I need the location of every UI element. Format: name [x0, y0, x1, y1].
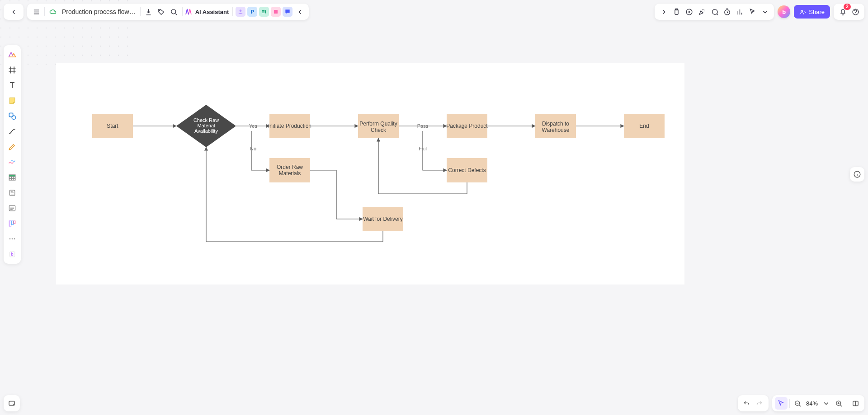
- node-order-materials[interactable]: Order Raw Materials: [269, 158, 310, 182]
- pen-tool[interactable]: [5, 140, 19, 154]
- node-perform-quality[interactable]: Perform Quality Check: [358, 114, 399, 138]
- confetti-button[interactable]: [695, 5, 708, 18]
- sticky-note-tool[interactable]: [5, 94, 19, 107]
- svg-point-4: [240, 9, 242, 12]
- svg-text:Check Raw: Check Raw: [193, 117, 219, 123]
- ai-logo-icon: [184, 8, 193, 16]
- undo-button[interactable]: [741, 397, 753, 410]
- select-mode-button[interactable]: [775, 397, 788, 410]
- mini-tool-comment[interactable]: [283, 7, 292, 17]
- more-button[interactable]: [759, 5, 771, 18]
- zoom-in-button[interactable]: [832, 397, 845, 410]
- zoom-out-button[interactable]: [792, 397, 804, 410]
- svg-text:Materials: Materials: [279, 170, 301, 177]
- svg-point-3: [171, 9, 176, 14]
- svg-text:Dispatch to: Dispatch to: [542, 121, 569, 127]
- apps-tool[interactable]: b: [5, 247, 19, 261]
- help-button[interactable]: [849, 5, 862, 18]
- svg-rect-17: [11, 221, 13, 224]
- freehand-tool[interactable]: [5, 155, 19, 169]
- zoom-level[interactable]: 84%: [804, 400, 820, 407]
- svg-text:Availability: Availability: [194, 128, 218, 134]
- edge-label-yes: Yes: [249, 123, 257, 129]
- document-title[interactable]: Production process flow…: [59, 8, 138, 15]
- svg-text:Correct Defects: Correct Defects: [448, 167, 486, 173]
- frame-tool[interactable]: [5, 63, 19, 77]
- edge-label-fail: Fail: [419, 146, 427, 151]
- svg-point-20: [12, 238, 13, 240]
- text-tool[interactable]: [5, 79, 19, 92]
- node-dispatch-warehouse[interactable]: Dispatch to Warehouse: [535, 114, 576, 138]
- notifications-button[interactable]: 2: [836, 5, 849, 18]
- kanban-tool[interactable]: [5, 217, 19, 230]
- flowchart-canvas[interactable]: Start Check Raw Material Availability In…: [56, 63, 684, 284]
- download-button[interactable]: [142, 5, 155, 18]
- connector-tool[interactable]: [5, 125, 19, 138]
- node-start[interactable]: Start: [92, 114, 133, 138]
- svg-text:Package Product: Package Product: [446, 123, 488, 129]
- svg-point-21: [14, 238, 15, 240]
- svg-text:Perform Quality: Perform Quality: [359, 121, 397, 127]
- collapse-toolbar-button[interactable]: [293, 5, 306, 18]
- svg-rect-16: [9, 221, 11, 226]
- menu-button[interactable]: [30, 5, 42, 18]
- comment-button[interactable]: [708, 5, 721, 18]
- slides-panel-button[interactable]: [4, 395, 20, 411]
- poll-button[interactable]: [733, 5, 746, 18]
- mini-tool-sticky[interactable]: [271, 7, 281, 17]
- svg-point-2: [159, 10, 160, 10]
- redo-button[interactable]: [753, 397, 766, 410]
- share-button[interactable]: Share: [794, 5, 830, 19]
- svg-point-19: [9, 238, 11, 240]
- edge-label-pass: Pass: [417, 123, 429, 129]
- svg-text:Initiate Production: Initiate Production: [268, 123, 311, 129]
- cloud-sync-icon[interactable]: [47, 5, 59, 18]
- node-wait-delivery[interactable]: Wait for Delivery: [363, 207, 403, 231]
- left-toolbar: b: [4, 45, 21, 264]
- brand-logo[interactable]: b: [778, 5, 790, 18]
- timer-button[interactable]: [721, 5, 733, 18]
- back-button[interactable]: [7, 5, 20, 18]
- expand-right-toolbar[interactable]: [657, 5, 670, 18]
- edge-label-no: No: [250, 146, 256, 151]
- svg-text:Material: Material: [197, 123, 215, 128]
- svg-point-9: [801, 10, 803, 12]
- mini-tool-p[interactable]: P: [247, 7, 257, 17]
- node-initiate-production[interactable]: Initiate Production: [268, 114, 311, 138]
- card-tool[interactable]: [5, 186, 19, 200]
- shape-tool[interactable]: [5, 109, 19, 123]
- more-tools[interactable]: [5, 232, 19, 246]
- svg-rect-5: [274, 10, 278, 14]
- svg-text:Order Raw: Order Raw: [277, 164, 303, 170]
- play-button[interactable]: [683, 5, 695, 18]
- search-button[interactable]: [168, 5, 180, 18]
- share-button-label: Share: [809, 9, 825, 15]
- ai-assistant-label[interactable]: AI Assistant: [193, 9, 231, 15]
- svg-text:Check: Check: [371, 127, 387, 133]
- svg-point-12: [12, 116, 15, 119]
- notification-badge: 2: [844, 4, 851, 10]
- node-check-availability[interactable]: Check Raw Material Availability: [176, 105, 236, 147]
- svg-rect-18: [14, 221, 15, 224]
- svg-text:Start: Start: [107, 123, 118, 129]
- cursor-group-button[interactable]: [746, 5, 759, 18]
- svg-text:Warehouse: Warehouse: [542, 127, 570, 133]
- list-tool[interactable]: [5, 201, 19, 215]
- svg-text:b: b: [11, 252, 13, 256]
- node-end[interactable]: End: [624, 114, 665, 138]
- node-package-product[interactable]: Package Product: [446, 114, 488, 138]
- clipboard-button[interactable]: [670, 5, 683, 18]
- mini-tool-avatar[interactable]: [236, 7, 245, 17]
- mini-tool-element[interactable]: [259, 7, 269, 17]
- zoom-dropdown[interactable]: [820, 397, 832, 410]
- tag-button[interactable]: [155, 5, 168, 18]
- templates-tool[interactable]: [5, 48, 19, 61]
- svg-text:Wait for Delivery: Wait for Delivery: [363, 216, 403, 222]
- table-tool[interactable]: [5, 171, 19, 184]
- svg-text:End: End: [639, 123, 649, 129]
- edge-order-wait[interactable]: [310, 170, 363, 219]
- node-correct-defects[interactable]: Correct Defects: [447, 158, 487, 182]
- minimap-button[interactable]: [849, 397, 862, 410]
- info-button[interactable]: [850, 167, 864, 182]
